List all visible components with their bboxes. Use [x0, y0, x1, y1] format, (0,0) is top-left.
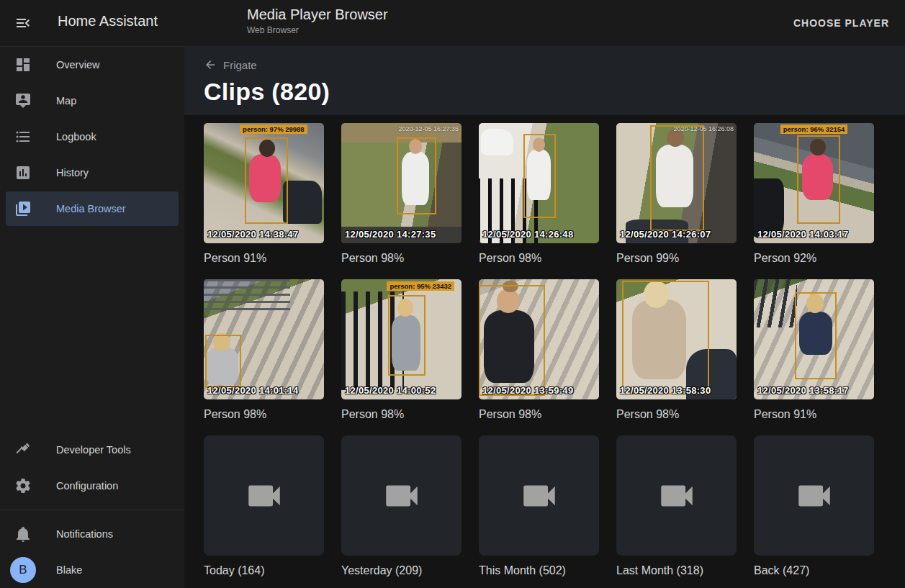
sidebar-item-label: Developer Tools [56, 444, 131, 456]
clip-timestamp: 12/05/2020 14:27:35 [345, 229, 436, 240]
clip-timestamp: 12/05/2020 14:01:14 [207, 385, 298, 396]
folder-card-back: Back (427) [754, 435, 874, 577]
clip-thumbnail[interactable]: 2020-12-05 16:27:35 12/05/2020 14:27:35 [341, 123, 461, 243]
folder-thumbnail[interactable] [341, 435, 461, 556]
media-browser-header: Frigate Clips (820) [184, 46, 905, 115]
clip-thumbnail[interactable]: 2020-12-05 16:26:08 12/05/2020 14:26:07 [616, 123, 737, 243]
page-title-block: Media Player Browser Web Browser [247, 6, 388, 35]
sidebar-item-developer-tools[interactable]: Developer Tools [6, 433, 179, 467]
detection-label: person: 97% 29988 [240, 125, 307, 134]
user-avatar: B [10, 557, 36, 583]
folder-card-today: Today (164) [204, 435, 324, 577]
clip-card: 12/05/2020 13:58:30 Person 98% [616, 279, 737, 421]
clip-card: person: 97% 29988 12/05/2020 14:38:47 Pe… [204, 123, 324, 265]
detection-box [397, 137, 436, 214]
sidebar-divider [0, 510, 184, 510]
clip-thumbnail[interactable]: person: 97% 29988 12/05/2020 14:38:47 [204, 123, 324, 243]
detection-box [479, 285, 545, 396]
detection-label: person: 95% 23432 [387, 281, 454, 291]
clip-card: person: 96% 32154 12/05/2020 14:03:17 Pe… [754, 123, 874, 265]
clip-caption: Person 98% [616, 408, 737, 421]
folder-label: This Month (502) [479, 564, 599, 577]
sidebar-item-label: Map [56, 95, 76, 107]
play-box-multiple-icon [14, 200, 32, 217]
clip-thumbnail[interactable]: person: 96% 32154 12/05/2020 14:03:17 [754, 123, 874, 243]
sidebar-item-notifications[interactable]: Notifications [6, 517, 179, 551]
gear-icon [14, 477, 32, 494]
detection-box [650, 125, 704, 231]
clip-caption: Person 99% [616, 252, 737, 265]
clip-card: 12/05/2020 13:59:49 Person 98% [479, 279, 599, 421]
clip-card: 2020-12-05 16:26:08 12/05/2020 14:26:07 … [616, 123, 737, 265]
clip-timestamp: 12/05/2020 13:59:49 [482, 385, 573, 396]
clip-card: 2020-12-05 16:27:35 12/05/2020 14:27:35 … [341, 123, 461, 265]
clip-timestamp: 12/05/2020 13:58:17 [757, 385, 848, 396]
clip-thumbnail[interactable]: 12/05/2020 13:58:17 [754, 279, 874, 399]
folder-card-last-month: Last Month (318) [616, 435, 737, 577]
sidebar-item-map[interactable]: Map [6, 83, 179, 118]
folder-label: Yesterday (209) [341, 564, 461, 577]
sidebar-item-media-browser[interactable]: Media Browser [6, 191, 179, 226]
clip-caption: Person 91% [754, 408, 874, 421]
video-icon [793, 475, 835, 517]
clip-timestamp: 12/05/2020 14:03:17 [757, 229, 848, 240]
sidebar-item-label: History [56, 167, 89, 178]
camera-osd-timestamp: 2020-12-05 16:27:35 [398, 125, 459, 132]
clip-caption: Person 98% [341, 252, 461, 265]
clip-caption: Person 98% [479, 252, 599, 265]
sidebar-item-label: Overview [56, 59, 99, 71]
detection-box [797, 135, 840, 225]
clip-caption: Person 98% [204, 408, 324, 421]
clip-caption: Person 98% [341, 408, 461, 421]
video-icon [243, 475, 285, 517]
sidebar-item-configuration[interactable]: Configuration [6, 469, 179, 503]
detection-box [205, 335, 241, 387]
folder-label: Today (164) [204, 564, 324, 577]
detection-box [795, 292, 837, 379]
sidebar-item-label: Configuration [56, 480, 118, 492]
page-title: Media Player Browser [247, 6, 388, 23]
folder-thumbnail[interactable] [616, 435, 737, 556]
format-list-bulleted-icon [14, 128, 32, 145]
clip-thumbnail[interactable]: 12/05/2020 13:59:49 [479, 279, 599, 399]
clip-thumbnail[interactable]: 12/05/2020 14:26:48 [479, 123, 599, 243]
clip-thumbnail[interactable]: 12/05/2020 13:58:30 [616, 279, 737, 399]
clip-card: person: 95% 23432 12/05/2020 14:00:52 Pe… [341, 279, 461, 421]
clip-timestamp: 12/05/2020 14:38:47 [207, 229, 298, 240]
clip-caption: Person 91% [204, 252, 324, 265]
detection-box [523, 134, 556, 218]
detection-box [388, 295, 426, 376]
choose-player-button[interactable]: CHOOSE PLAYER [785, 12, 898, 35]
sidebar-item-profile[interactable]: B Blake [6, 553, 179, 587]
sidebar-item-history[interactable]: History [6, 155, 179, 190]
folder-card-yesterday: Yesterday (209) [341, 435, 461, 577]
clip-caption: Person 92% [754, 252, 874, 265]
clip-card: 12/05/2020 14:01:14 Person 98% [204, 279, 324, 421]
video-icon [381, 475, 423, 517]
bell-icon [14, 525, 32, 543]
folder-thumbnail[interactable] [754, 435, 874, 556]
clip-card: 12/05/2020 14:26:48 Person 98% [479, 123, 599, 265]
sidebar-item-overview[interactable]: Overview [6, 48, 179, 82]
clip-timestamp: 12/05/2020 14:26:48 [482, 229, 573, 240]
clip-timestamp: 12/05/2020 14:00:52 [345, 385, 436, 396]
breadcrumb-label: Frigate [223, 59, 257, 71]
sidebar-spacer [0, 227, 184, 432]
sidebar-toggle-menu-icon[interactable] [14, 14, 32, 32]
tooltip-account-icon [14, 92, 32, 109]
arrow-left-icon [204, 58, 217, 71]
app-bar: Home Assistant Media Player Browser Web … [0, 0, 905, 46]
sidebar-item-logbook[interactable]: Logbook [6, 119, 179, 154]
clip-timestamp: 12/05/2020 14:26:07 [620, 229, 711, 240]
clip-thumbnail[interactable]: person: 95% 23432 12/05/2020 14:00:52 [341, 279, 461, 399]
clip-caption: Person 98% [479, 408, 599, 421]
detection-box [622, 281, 708, 395]
folder-thumbnail[interactable] [204, 435, 324, 556]
app-title: Home Assistant [58, 13, 158, 30]
folder-label: Last Month (318) [616, 564, 737, 577]
clip-timestamp: 12/05/2020 13:58:30 [620, 385, 711, 396]
breadcrumb[interactable]: Frigate [204, 58, 257, 71]
clip-thumbnail[interactable]: 12/05/2020 14:01:14 [204, 279, 324, 399]
video-icon [518, 475, 560, 517]
folder-thumbnail[interactable] [479, 435, 599, 556]
